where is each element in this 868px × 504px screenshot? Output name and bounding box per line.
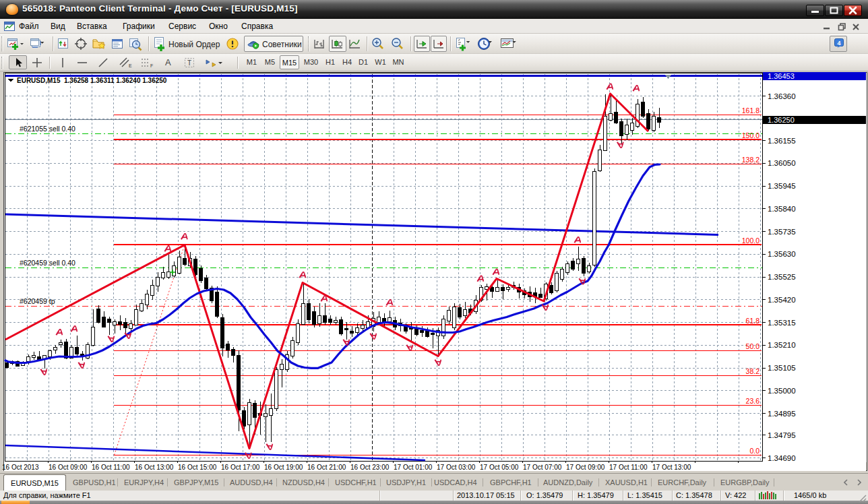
svg-text:16 Oct 17:00: 16 Oct 17:00 [221,464,260,471]
svg-text:1.34690: 1.34690 [768,454,796,462]
svg-text:1.36453: 1.36453 [768,72,795,80]
svg-text:100.0: 100.0 [742,237,760,245]
svg-text:1.36360: 1.36360 [768,92,796,100]
svg-text:1.36050: 1.36050 [768,159,796,167]
svg-text:16 Oct 23:00: 16 Oct 23:00 [350,464,390,471]
svg-text:1.36250: 1.36250 [768,116,795,124]
svg-text:38.2: 38.2 [746,367,760,375]
svg-text:16 Oct 21:00: 16 Oct 21:00 [307,464,346,471]
svg-text:61.8: 61.8 [746,317,760,325]
svg-text:50.0: 50.0 [746,342,760,350]
svg-text:161.8: 161.8 [742,106,760,115]
svg-text:23.6: 23.6 [746,397,760,405]
svg-text:1.35315: 1.35315 [768,319,796,327]
svg-text:16 Oct 19:00: 16 Oct 19:00 [264,464,303,471]
svg-text:#620459 tp: #620459 tp [20,297,55,305]
svg-text:17 Oct 09:00: 17 Oct 09:00 [566,464,605,471]
svg-text:#621055 sell 0.40: #621055 sell 0.40 [20,125,75,133]
svg-text:150.0: 150.0 [742,131,760,139]
svg-text:17 Oct 11:00: 17 Oct 11:00 [609,464,648,471]
svg-text:#620459 sell 0.40: #620459 sell 0.40 [20,259,75,267]
svg-text:17 Oct 07:00: 17 Oct 07:00 [523,464,562,471]
svg-text:16 Oct 09:00: 16 Oct 09:00 [49,464,88,471]
svg-text:1.35420: 1.35420 [768,296,796,304]
svg-text:17 Oct 13:00: 17 Oct 13:00 [652,464,691,471]
svg-text:16 Oct 13:00: 16 Oct 13:00 [135,464,174,471]
svg-text:EURUSD,M15 1.36258 1.36311 1.: EURUSD,M15 1.36258 1.36311 1.36240 1.362… [17,77,167,84]
svg-text:4: 4 [837,40,840,46]
svg-text:16 Oct 15:00: 16 Oct 15:00 [178,464,217,471]
svg-text:1.35105: 1.35105 [768,364,796,372]
svg-text:1.35735: 1.35735 [768,228,796,236]
svg-text:138.2: 138.2 [742,156,760,164]
svg-text:1.34795: 1.34795 [768,431,796,439]
svg-text:T: T [187,59,191,67]
svg-text:1.34895: 1.34895 [768,410,796,418]
svg-text:0.0: 0.0 [749,447,760,455]
svg-text:17 Oct 05:00: 17 Oct 05:00 [480,464,519,471]
svg-text:1.36155: 1.36155 [768,137,796,145]
svg-text:1.35525: 1.35525 [768,273,796,281]
svg-text:17 Oct 01:00: 17 Oct 01:00 [394,464,433,471]
svg-text:F: F [150,63,153,68]
svg-text:E: E [129,63,132,68]
svg-text:1.35000: 1.35000 [768,387,796,395]
svg-text:1.35210: 1.35210 [768,341,796,349]
svg-text:1.35840: 1.35840 [768,205,796,213]
svg-text:17 Oct 03:00: 17 Oct 03:00 [437,464,476,471]
svg-text:16 Oct 2013: 16 Oct 2013 [2,464,39,471]
svg-text:1.35630: 1.35630 [768,250,796,258]
svg-text:1.35945: 1.35945 [768,182,796,190]
svg-text:16 Oct 11:00: 16 Oct 11:00 [92,464,130,471]
